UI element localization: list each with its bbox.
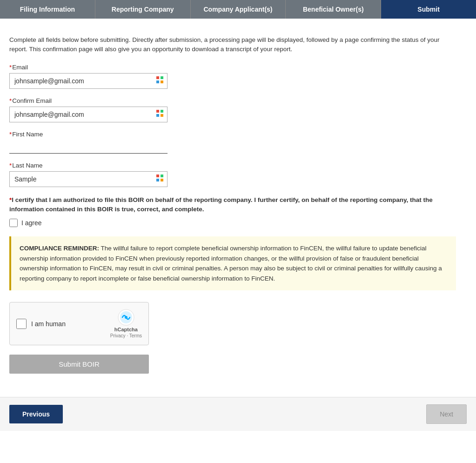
svg-point-14 (125, 316, 127, 319)
email-icon[interactable] (156, 76, 164, 86)
svg-rect-1 (161, 76, 163, 79)
tab-beneficial-owners[interactable]: Beneficial Owner(s) (286, 0, 381, 19)
next-button[interactable]: Next (426, 404, 467, 424)
compliance-box: COMPLIANCE REMINDER: The willful failure… (9, 236, 456, 290)
color-grid-icon (156, 76, 164, 84)
email-label: *Email (9, 64, 456, 71)
confirm-email-group: *Confirm Email (9, 97, 456, 122)
tab-submit[interactable]: Submit (381, 0, 476, 19)
svg-rect-7 (161, 114, 163, 117)
agree-checkbox[interactable] (9, 219, 18, 227)
last-name-group: *Last Name (9, 162, 456, 187)
color-grid-icon-3 (156, 174, 164, 182)
confirm-email-input[interactable] (9, 107, 168, 122)
intro-text: Complete all fields below before submitt… (9, 35, 456, 54)
svg-rect-11 (161, 179, 163, 181)
svg-rect-9 (161, 174, 163, 177)
svg-rect-6 (156, 114, 159, 117)
svg-rect-2 (156, 81, 159, 83)
previous-button[interactable]: Previous (9, 405, 63, 423)
captcha-brand: hCaptcha (114, 327, 138, 332)
svg-rect-5 (161, 110, 163, 113)
captcha-checkbox[interactable] (16, 319, 27, 329)
first-name-group: *First Name (9, 131, 456, 154)
first-name-input[interactable] (9, 140, 168, 154)
svg-rect-8 (156, 174, 159, 177)
hcaptcha-logo (118, 309, 134, 326)
svg-rect-4 (156, 110, 159, 113)
compliance-bold: COMPLIANCE REMINDER: (20, 245, 99, 252)
captcha-label: I am human (31, 320, 66, 328)
confirm-email-icon[interactable] (156, 110, 164, 119)
certification-text: *I certify that I am authorized to file … (9, 195, 456, 215)
bottom-nav: Previous Next (0, 397, 476, 431)
captcha-box[interactable]: I am human hCaptcha Privacy · Terms (9, 302, 149, 345)
tab-filing-information[interactable]: Filing Information (0, 0, 95, 19)
svg-rect-10 (156, 179, 159, 181)
last-name-icon[interactable] (156, 174, 164, 184)
svg-rect-0 (156, 76, 159, 79)
email-input[interactable] (9, 73, 168, 89)
submit-boir-button[interactable]: Submit BOIR (9, 355, 149, 374)
captcha-left: I am human (16, 319, 66, 329)
submit-boir-wrapper: Submit BOIR (9, 355, 456, 388)
confirm-email-input-wrapper (9, 107, 168, 122)
last-name-label: *Last Name (9, 162, 456, 169)
email-input-wrapper (9, 73, 168, 89)
color-grid-icon-2 (156, 110, 164, 117)
svg-rect-3 (161, 81, 163, 83)
tab-reporting-company[interactable]: Reporting Company (95, 0, 191, 19)
certification-group: *I certify that I am authorized to file … (9, 195, 456, 228)
confirm-email-label: *Confirm Email (9, 97, 456, 104)
agree-label: I agree (21, 219, 42, 227)
main-content: Complete all fields below before submitt… (0, 19, 465, 397)
first-name-input-wrapper (9, 140, 168, 154)
nav-tabs: Filing Information Reporting Company Com… (0, 0, 476, 19)
last-name-input-wrapper (9, 171, 168, 187)
last-name-input[interactable] (9, 171, 168, 187)
first-name-label: *First Name (9, 131, 456, 138)
agree-row: I agree (9, 219, 456, 227)
email-group: *Email (9, 64, 456, 89)
captcha-links[interactable]: Privacy · Terms (110, 333, 142, 338)
tab-company-applicants[interactable]: Company Applicant(s) (191, 0, 286, 19)
captcha-right: hCaptcha Privacy · Terms (110, 309, 142, 338)
